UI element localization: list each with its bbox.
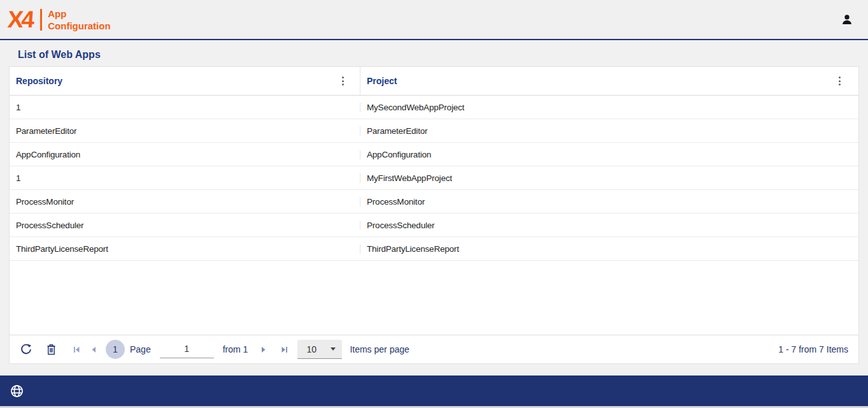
cell-repository: 1 xyxy=(10,173,360,183)
kebab-menu-icon[interactable] xyxy=(339,74,347,88)
grid-empty-area xyxy=(10,261,858,335)
x4-logo: X4 xyxy=(7,8,40,31)
app-header: X4 App Configuration xyxy=(0,0,868,40)
first-page-button[interactable] xyxy=(73,346,81,354)
cell-project: ParameterEditor xyxy=(360,126,858,136)
table-row[interactable]: ThirdPartyLicenseReport ThirdPartyLicens… xyxy=(10,237,858,261)
language-button[interactable] xyxy=(8,382,25,400)
cell-project: ThirdPartyLicenseReport xyxy=(360,244,858,254)
web-apps-grid: Repository Project 1 MySecondWebAppProje… xyxy=(9,66,859,364)
app-name-line1: App xyxy=(48,8,110,20)
page-label: Page xyxy=(130,344,151,354)
main-content: List of Web Apps Repository Project 1 My… xyxy=(0,40,868,364)
current-page-badge[interactable]: 1 xyxy=(106,340,125,359)
items-per-page-value: 10 xyxy=(306,344,331,354)
logo-separator xyxy=(40,9,42,31)
cell-project: AppConfiguration xyxy=(360,150,858,159)
app-name: App Configuration xyxy=(48,8,110,32)
dropdown-arrow-icon xyxy=(331,347,336,351)
delete-button[interactable] xyxy=(45,344,57,356)
globe-icon xyxy=(10,384,24,398)
cell-project: ProcessMonitor xyxy=(360,197,858,207)
refresh-icon xyxy=(20,343,32,356)
page-title: List of Web Apps xyxy=(18,49,859,61)
table-row[interactable]: 1 MyFirstWebAppProject xyxy=(10,166,858,190)
user-icon xyxy=(840,13,854,27)
next-page-button[interactable] xyxy=(259,346,267,354)
kebab-menu-icon[interactable] xyxy=(836,74,844,88)
table-row[interactable]: ProcessScheduler ProcessScheduler xyxy=(10,214,858,237)
items-per-page-label: Items per page xyxy=(350,344,409,354)
cell-repository: AppConfiguration xyxy=(10,150,360,159)
trash-icon xyxy=(45,344,57,356)
user-menu-button[interactable] xyxy=(836,9,858,31)
first-page-icon xyxy=(73,346,81,354)
cell-repository: ThirdPartyLicenseReport xyxy=(10,244,360,254)
column-header-project: Project xyxy=(360,67,858,95)
next-page-icon xyxy=(259,346,267,354)
column-label: Project xyxy=(367,76,397,86)
table-row[interactable]: ParameterEditor ParameterEditor xyxy=(10,119,858,143)
column-header-repository: Repository xyxy=(10,67,360,95)
page-number-input[interactable] xyxy=(160,341,214,358)
table-row[interactable]: ProcessMonitor ProcessMonitor xyxy=(10,190,858,214)
cell-project: ProcessScheduler xyxy=(360,221,858,230)
cell-project: MyFirstWebAppProject xyxy=(360,173,858,183)
previous-page-icon xyxy=(90,346,98,354)
cell-repository: ParameterEditor xyxy=(10,126,360,136)
app-name-line2: Configuration xyxy=(48,20,110,32)
app-footer xyxy=(0,375,868,406)
app-logo: X4 App Configuration xyxy=(8,8,111,32)
last-page-icon xyxy=(280,346,288,354)
pagination-bar: 1 Page from 1 10 xyxy=(10,335,858,363)
column-label: Repository xyxy=(16,76,62,86)
table-row[interactable]: 1 MySecondWebAppProject xyxy=(10,96,858,119)
cell-repository: ProcessMonitor xyxy=(10,197,360,207)
items-per-page-select[interactable]: 10 xyxy=(297,340,342,359)
page-count-label: from 1 xyxy=(223,344,248,354)
refresh-button[interactable] xyxy=(20,343,32,356)
cell-project: MySecondWebAppProject xyxy=(360,103,858,112)
grid-header-row: Repository Project xyxy=(10,67,858,96)
previous-page-button[interactable] xyxy=(90,346,98,354)
cell-repository: 1 xyxy=(10,103,360,112)
last-page-button[interactable] xyxy=(280,346,288,354)
cell-repository: ProcessScheduler xyxy=(10,221,360,230)
table-row[interactable]: AppConfiguration AppConfiguration xyxy=(10,143,858,166)
range-summary: 1 - 7 from 7 Items xyxy=(778,344,848,354)
